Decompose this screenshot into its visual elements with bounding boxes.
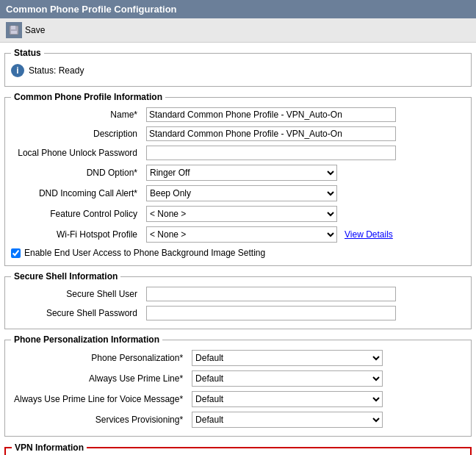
always-prime-label: Always Use Prime Line: [89, 373, 179, 384]
description-row: Description: [11, 124, 465, 143]
status-content: i Status: Ready: [5, 54, 471, 86]
local-phone-unlock-input[interactable]: [146, 146, 396, 160]
services-provisioning-row: Services Provisioning* Default On Off: [11, 409, 465, 430]
vpn-section: VPN Information VPN Group VPN_Group_1 No…: [4, 447, 472, 455]
services-provisioning-required: *: [179, 415, 183, 425]
dnd-incoming-label: DND Incoming Call Alert: [39, 188, 134, 198]
always-prime-row: Always Use Prime Line* Default On Off: [11, 368, 465, 389]
dnd-option-select[interactable]: Ringer Off Beep Only None: [146, 165, 337, 181]
status-row: i Status: Ready: [11, 61, 465, 80]
phone-personalization-row: Phone Personalization* Default On Off: [11, 348, 465, 368]
svg-rect-2: [11, 31, 17, 34]
phone-personalization-form-table: Phone Personalization* Default On Off Al…: [11, 348, 465, 430]
services-provisioning-label: Services Provisioning: [95, 415, 180, 425]
page-title: Common Phone Profile Configuration: [0, 0, 476, 18]
secure-shell-content: Secure Shell User Secure Shell Password: [5, 277, 471, 329]
name-input[interactable]: [146, 107, 396, 122]
description-input[interactable]: [146, 126, 396, 141]
checkbox-row: Enable End User Access to Phone Backgrou…: [11, 245, 465, 259]
always-prime-voice-row: Always Use Prime Line for Voice Message*…: [11, 389, 465, 409]
common-phone-form-table: Name* Description Local Phone Unlock Pas…: [11, 105, 465, 245]
dnd-option-label: DND Option: [87, 168, 134, 178]
secure-shell-password-label: Secure Shell Password: [11, 304, 143, 323]
feature-control-row: Feature Control Policy < None >: [11, 204, 465, 224]
always-prime-voice-required: *: [179, 394, 183, 404]
description-label: Description: [11, 124, 143, 143]
feature-control-select[interactable]: < None >: [146, 206, 337, 222]
secure-shell-user-label: Secure Shell User: [11, 284, 143, 304]
save-button[interactable]: Save: [6, 22, 45, 38]
name-label: Name*: [11, 105, 143, 124]
local-phone-unlock-label: Local Phone Unlock Password: [11, 143, 143, 162]
page-container: Common Phone Profile Configuration Save …: [0, 0, 476, 455]
feature-control-label: Feature Control Policy: [11, 204, 143, 224]
wifi-hotspot-field-group: < None > View Details: [146, 226, 462, 243]
secure-shell-title: Secure Shell Information: [11, 271, 120, 282]
toolbar: Save: [0, 18, 476, 43]
common-phone-profile-content: Name* Description Local Phone Unlock Pas…: [5, 98, 471, 265]
dnd-required-star: *: [134, 168, 137, 178]
services-provisioning-select[interactable]: Default On Off: [192, 412, 383, 428]
phone-personalization-title: Phone Personalization Information: [11, 334, 162, 345]
secure-shell-password-input[interactable]: [146, 306, 396, 320]
always-prime-voice-label: Always Use Prime Line for Voice Message: [14, 394, 179, 404]
common-phone-profile-section: Common Phone Profile Information Name* D…: [4, 97, 472, 266]
vpn-section-title: VPN Information: [12, 443, 87, 453]
secure-shell-user-row: Secure Shell User: [11, 284, 465, 304]
name-row: Name*: [11, 105, 465, 124]
phone-personalization-label: Phone Personalization: [91, 353, 179, 363]
wifi-hotspot-row: Wi-Fi Hotspot Profile < None > View Deta…: [11, 224, 465, 245]
secure-shell-password-row: Secure Shell Password: [11, 304, 465, 323]
wifi-hotspot-select[interactable]: < None >: [146, 226, 337, 243]
status-text: Status: Ready: [29, 65, 84, 76]
phone-personalization-section: Phone Personalization Information Phone …: [4, 340, 472, 437]
checkbox-label: Enable End User Access to Phone Backgrou…: [24, 248, 265, 258]
dnd-option-row: DND Option* Ringer Off Beep Only None: [11, 162, 465, 183]
save-icon: [6, 22, 22, 38]
dnd-incoming-required-star: *: [134, 188, 137, 198]
enable-end-user-checkbox[interactable]: [11, 248, 21, 258]
secure-shell-user-input[interactable]: [146, 287, 396, 301]
secure-shell-section: Secure Shell Information Secure Shell Us…: [4, 276, 472, 329]
phone-personalization-content: Phone Personalization* Default On Off Al…: [5, 340, 471, 436]
local-phone-unlock-row: Local Phone Unlock Password: [11, 143, 465, 162]
required-star: *: [134, 110, 137, 120]
always-prime-voice-select[interactable]: Default On Off: [192, 391, 383, 407]
common-phone-profile-title: Common Phone Profile Information: [11, 92, 165, 102]
secure-shell-form-table: Secure Shell User Secure Shell Password: [11, 284, 465, 323]
dnd-incoming-select[interactable]: Beep Only None Disable: [146, 185, 337, 201]
save-label: Save: [25, 25, 45, 35]
view-details-link[interactable]: View Details: [345, 229, 393, 240]
status-section: Status i Status: Ready: [4, 53, 472, 87]
phone-personalization-select[interactable]: Default On Off: [192, 350, 383, 366]
status-section-title: Status: [11, 48, 44, 58]
phone-personalization-required: *: [179, 353, 183, 363]
info-icon: i: [11, 64, 24, 77]
dnd-incoming-row: DND Incoming Call Alert* Beep Only None …: [11, 183, 465, 204]
always-prime-select[interactable]: Default On Off: [192, 370, 383, 387]
svg-rect-1: [11, 26, 15, 29]
wifi-hotspot-label: Wi-Fi Hotspot Profile: [11, 224, 143, 245]
always-prime-required: *: [179, 373, 183, 384]
